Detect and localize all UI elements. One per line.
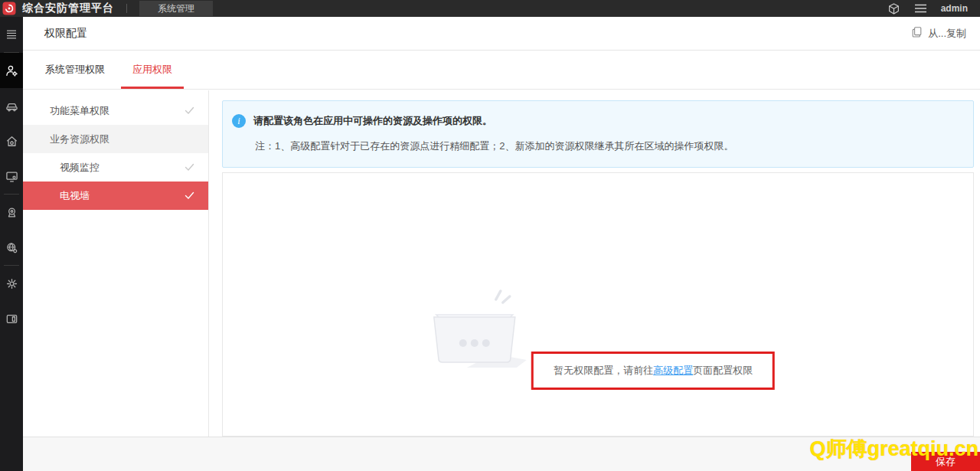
footer-bar: 保存: [23, 437, 980, 471]
tree-item-label: 业务资源权限: [50, 132, 109, 146]
main-area: 权限配置 从...复制 系统管理权限 应用权限 功能菜单权限: [23, 17, 980, 471]
copy-from-label: 从...复制: [928, 27, 966, 41]
icon-rail: [0, 17, 23, 471]
rail-menu-list-icon[interactable]: [0, 17, 23, 52]
tree-item-function-menu-permissions[interactable]: 功能菜单权限: [23, 96, 208, 125]
user-menu[interactable]: admin: [941, 3, 968, 14]
tab-system-management-permissions[interactable]: 系统管理权限: [34, 51, 116, 89]
rail-monitor-config-icon[interactable]: [0, 159, 23, 194]
rail-home-config-icon[interactable]: [0, 123, 23, 159]
topbar-tab-system-management[interactable]: 系统管理: [139, 1, 213, 16]
rail-camera-icon[interactable]: [0, 195, 23, 230]
rail-settings-gear-icon[interactable]: [0, 266, 23, 301]
empty-state: 暂无权限配置，请前往高级配置页面配置权限: [421, 289, 775, 390]
empty-text-prefix: 暂无权限配置，请前往: [554, 365, 653, 376]
annotation-highlight-empty-message: 暂无权限配置，请前往高级配置页面配置权限: [531, 352, 775, 390]
info-banner: i 请配置该角色在应用中可操作的资源及操作项的权限。 注：1、高级配置针对于已存…: [222, 100, 974, 168]
check-mark-icon: [185, 106, 194, 115]
permission-tree: 功能菜单权限 业务资源权限 视频监控 电视墙: [23, 90, 209, 437]
advanced-config-link[interactable]: 高级配置: [653, 365, 693, 376]
tree-item-label: 电视墙: [60, 189, 90, 203]
check-mark-icon: [185, 191, 194, 200]
topbar-right: admin: [887, 2, 980, 15]
topbar-divider: [126, 4, 127, 13]
rail-video-wall-icon[interactable]: [0, 301, 23, 336]
save-button[interactable]: 保存: [911, 452, 980, 471]
body: 功能菜单权限 业务资源权限 视频监控 电视墙: [23, 90, 980, 437]
empty-open-box-illustration: [421, 363, 531, 376]
empty-text-suffix: 页面配置权限: [693, 365, 753, 376]
tree-item-business-resource-permissions[interactable]: 业务资源权限: [23, 125, 208, 153]
topbar: 综合安防管理平台 系统管理 admin: [0, 0, 980, 17]
banner-message: 请配置该角色在应用中可操作的资源及操作项的权限。: [253, 114, 492, 128]
tab-bar: 系统管理权限 应用权限: [23, 51, 980, 90]
rail-vehicle-icon[interactable]: [0, 88, 23, 123]
check-mark-icon: [185, 163, 194, 172]
hamburger-menu-icon[interactable]: [914, 3, 927, 14]
app-logo-icon: [2, 2, 16, 15]
tree-item-video-surveillance[interactable]: 视频监控: [23, 153, 208, 182]
tab-application-permissions[interactable]: 应用权限: [121, 51, 184, 89]
tree-item-label: 功能菜单权限: [50, 104, 109, 118]
app-root: 综合安防管理平台 系统管理 admin: [0, 0, 980, 471]
rail-network-config-icon[interactable]: [0, 230, 23, 265]
copy-from-button[interactable]: 从...复制: [911, 26, 966, 41]
permission-panel: 暂无权限配置，请前往高级配置页面配置权限: [222, 172, 974, 437]
content-area: i 请配置该角色在应用中可操作的资源及操作项的权限。 注：1、高级配置针对于已存…: [209, 90, 980, 437]
page-header: 权限配置 从...复制: [23, 17, 980, 51]
tree-item-tv-wall[interactable]: 电视墙: [23, 182, 208, 210]
page-title: 权限配置: [44, 27, 87, 41]
info-circle-icon: i: [232, 114, 246, 128]
tree-item-label: 视频监控: [60, 161, 100, 175]
app-title: 综合安防管理平台: [22, 2, 114, 15]
rail-user-role-icon[interactable]: [0, 53, 23, 88]
banner-note: 注：1、高级配置针对于已存在的资源点进行精细配置；2、新添加的资源权限继承其所在…: [255, 139, 958, 153]
cube-icon[interactable]: [887, 2, 900, 15]
copy-document-icon: [911, 26, 923, 41]
